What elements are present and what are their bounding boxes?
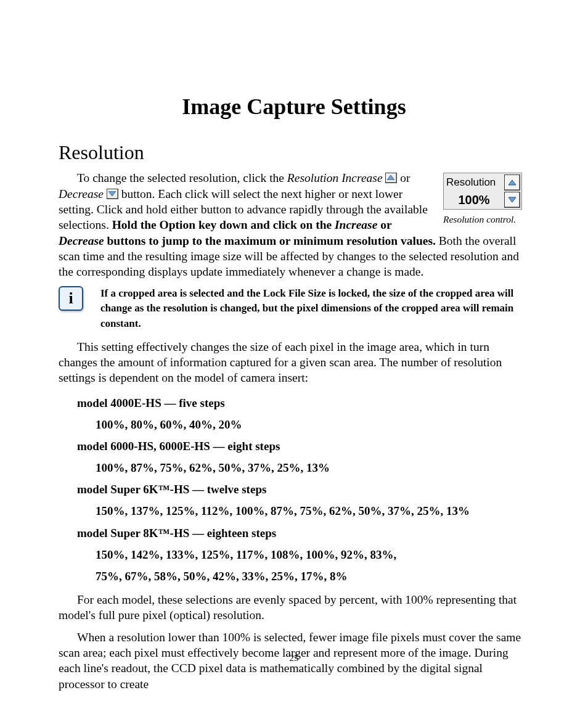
text: To change the selected resolution, click… (77, 171, 287, 184)
text: Hold the Option key down and click on th… (112, 218, 335, 231)
text: Resolution Increase (287, 171, 383, 184)
svg-marker-1 (508, 197, 516, 202)
text: model 4000E-HS — five steps (77, 396, 225, 409)
paragraph-2: This setting effectively changes the siz… (59, 339, 529, 386)
text: Decrease (59, 187, 104, 200)
text: Decrease (59, 234, 104, 247)
model-super-6k-hs: model Super 6K™-HS — twelve steps 150%, … (77, 478, 529, 522)
text: or (397, 171, 410, 184)
resolution-decrease-button[interactable] (504, 192, 520, 208)
text: 100%, 87%, 75%, 62%, 50%, 37%, 25%, 13% (96, 457, 529, 478)
page-number: 25 (59, 652, 529, 665)
text: model Super 6K™-HS — twelve steps (77, 483, 266, 496)
text: 100%, 80%, 60%, 40%, 20% (96, 414, 529, 435)
text: buttons to jump to the maximum or minimu… (104, 234, 436, 247)
resolution-control-figure: Resolution 100% Resolution control. (443, 173, 529, 226)
svg-marker-3 (108, 191, 116, 196)
paragraph-3: For each model, these selections are eve… (59, 592, 529, 623)
resolution-increase-button[interactable] (504, 174, 520, 191)
text: Increase (335, 218, 377, 231)
figure-caption: Resolution control. (443, 213, 529, 226)
text: 150%, 142%, 133%, 125%, 117%, 108%, 100%… (96, 544, 529, 565)
resolution-widget-label: Resolution (445, 174, 503, 191)
triangle-up-icon (508, 179, 517, 186)
text: model Super 8K™-HS — eighteen steps (77, 527, 276, 540)
model-super-8k-hs: model Super 8K™-HS — eighteen steps 150%… (77, 522, 529, 587)
model-6000-hs: model 6000-HS, 6000E-HS — eight steps 10… (77, 435, 529, 478)
info-note-block: i If a cropped area is selected and the … (59, 286, 529, 332)
svg-marker-0 (508, 180, 516, 185)
info-icon: i (59, 286, 83, 311)
text: model 6000-HS, 6000E-HS — eight steps (77, 440, 280, 453)
text: 150%, 137%, 125%, 112%, 100%, 87%, 75%, … (96, 500, 529, 522)
svg-marker-2 (387, 175, 394, 180)
model-steps-list: model 4000E-HS — five steps 100%, 80%, 6… (77, 392, 529, 587)
text: or (377, 218, 391, 231)
resolution-value: 100% (445, 192, 503, 208)
increase-button-icon (385, 173, 397, 183)
decrease-button-icon (107, 189, 118, 199)
info-note-text: If a cropped area is selected and the Lo… (100, 286, 529, 332)
page-title: Image Capture Settings (59, 92, 529, 121)
triangle-down-icon (508, 197, 517, 203)
resolution-widget: Resolution 100% (443, 173, 522, 210)
text: 75%, 67%, 58%, 50%, 42%, 33%, 25%, 17%, … (96, 565, 529, 587)
section-heading-resolution: Resolution (59, 140, 529, 166)
model-4000e-hs: model 4000E-HS — five steps 100%, 80%, 6… (77, 392, 529, 435)
